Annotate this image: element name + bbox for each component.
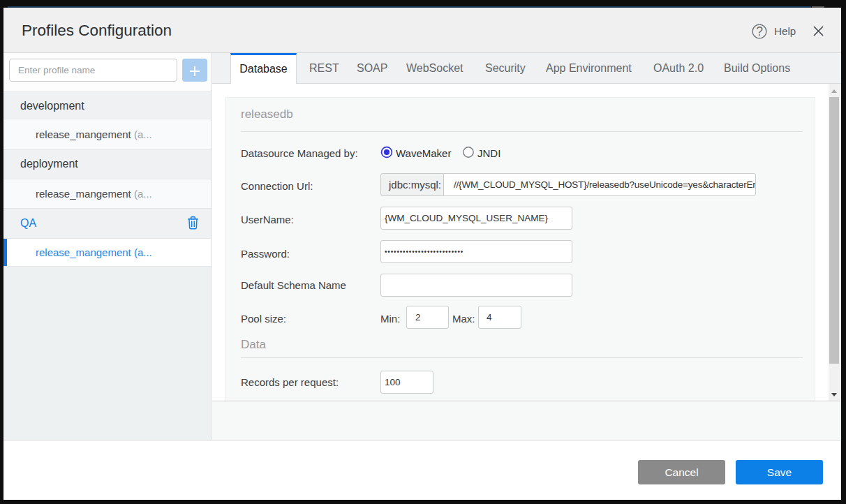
svg-text:?: ? <box>756 24 763 38</box>
